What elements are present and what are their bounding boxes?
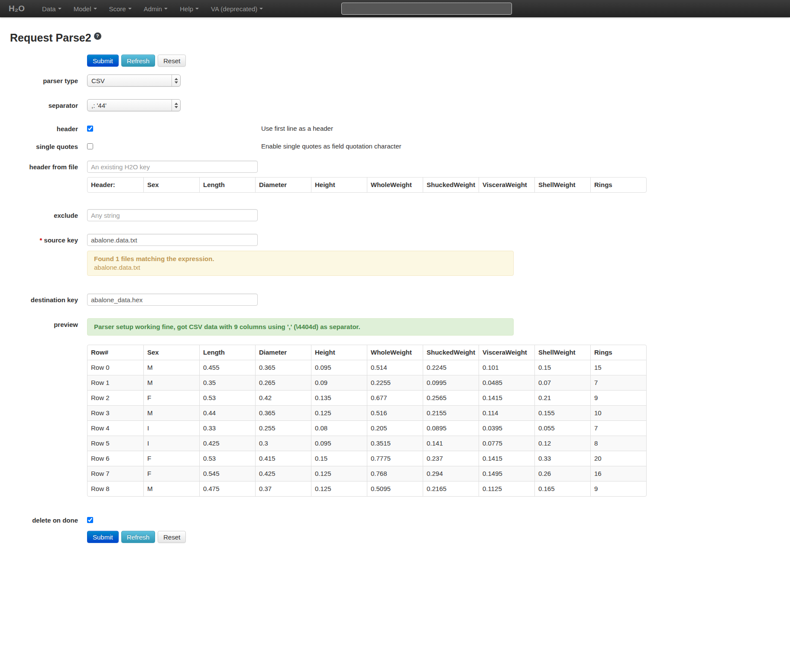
caret-down-icon xyxy=(128,8,132,10)
table-cell: 0.09 xyxy=(311,375,367,390)
header-from-file-input[interactable] xyxy=(87,161,258,173)
header-checkbox[interactable] xyxy=(87,126,93,132)
caret-down-icon xyxy=(58,8,62,10)
table-cell: 0.21 xyxy=(534,390,590,405)
table-cell: 0.677 xyxy=(367,390,423,405)
table-cell: 0.15 xyxy=(534,360,590,375)
table-cell: M xyxy=(143,481,199,496)
source-match-alert-container: Found 1 files matching the expression. a… xyxy=(87,251,790,276)
table-cell: 0.12 xyxy=(534,436,590,451)
table-row: Row 6F0.530.4150.150.77750.2370.14150.33… xyxy=(87,451,646,466)
table-cell: 0.475 xyxy=(199,481,255,496)
caret-down-icon xyxy=(94,8,97,10)
table-header-row: Row#SexLengthDiameterHeightWholeWeightSh… xyxy=(87,345,646,360)
delete-on-done-row: delete on done xyxy=(0,516,790,524)
table-cell: 10 xyxy=(590,405,646,420)
exclude-label: exclude xyxy=(0,209,78,221)
submit-button[interactable]: Submit xyxy=(87,531,119,543)
header-table-container: Header:SexLengthDiameterHeightWholeWeigh… xyxy=(87,177,790,193)
submit-button[interactable]: Submit xyxy=(87,55,119,67)
help-icon[interactable]: ? xyxy=(94,32,101,40)
table-cell: 0.53 xyxy=(199,451,255,466)
header-from-file-row: header from file xyxy=(0,161,790,173)
source-key-label: * source key xyxy=(0,234,78,246)
column-header: Sex xyxy=(143,178,199,192)
column-header: WholeWeight xyxy=(367,178,423,192)
table-cell: 0.33 xyxy=(199,420,255,436)
table-cell: 0.095 xyxy=(311,360,367,375)
table-cell: 0.205 xyxy=(367,420,423,436)
nav-data[interactable]: Data xyxy=(36,1,68,17)
table-cell: Row 2 xyxy=(87,390,143,405)
table-cell: Row 7 xyxy=(87,466,143,481)
column-header: ShuckedWeight xyxy=(423,178,479,192)
table-cell: 0.15 xyxy=(311,451,367,466)
source-match-title: Found 1 files matching the expression. xyxy=(94,255,507,263)
preview-table-container: Row#SexLengthDiameterHeightWholeWeightSh… xyxy=(87,345,790,497)
table-cell: F xyxy=(143,466,199,481)
nav-model[interactable]: Model xyxy=(68,1,103,17)
column-header: VisceraWeight xyxy=(479,345,534,360)
table-cell: 0.1415 xyxy=(479,390,534,405)
table-cell: 9 xyxy=(590,390,646,405)
table-cell: 0.415 xyxy=(255,451,311,466)
caret-down-icon xyxy=(195,8,199,10)
table-cell: 0.155 xyxy=(534,405,590,420)
parser-type-row: parser type CSV xyxy=(0,74,790,87)
source-key-label-text: source key xyxy=(44,236,78,244)
header-row: header Use first line as a header xyxy=(0,124,790,132)
separator-row: separator ,: '44' xyxy=(0,99,790,111)
source-key-input[interactable] xyxy=(87,234,258,246)
reset-button[interactable]: Reset xyxy=(158,531,186,543)
table-cell: 0.0895 xyxy=(423,420,479,436)
bottom-actions: Submit Refresh Reset xyxy=(87,531,790,543)
table-cell: 0.42 xyxy=(255,390,311,405)
table-row: Row 7F0.5450.4250.1250.7680.2940.14950.2… xyxy=(87,466,646,481)
nav-data-label: Data xyxy=(42,5,56,13)
table-row: Row 1M0.350.2650.090.22550.09950.04850.0… xyxy=(87,375,646,390)
table-cell: 0.095 xyxy=(311,436,367,451)
column-header: Length xyxy=(199,345,255,360)
preview-row: preview Parser setup working fine, got C… xyxy=(0,318,790,336)
table-cell: 0.101 xyxy=(479,360,534,375)
column-header: Diameter xyxy=(255,178,311,192)
table-cell: 0.165 xyxy=(534,481,590,496)
exclude-input[interactable] xyxy=(87,209,258,221)
table-cell: 0.37 xyxy=(255,481,311,496)
table-cell: F xyxy=(143,451,199,466)
delete-on-done-checkbox[interactable] xyxy=(87,517,93,523)
table-cell: M xyxy=(143,375,199,390)
column-header: ShuckedWeight xyxy=(423,345,479,360)
destination-key-label: destination key xyxy=(0,294,78,306)
table-cell: 0.33 xyxy=(534,451,590,466)
source-key-row: * source key xyxy=(0,234,790,246)
refresh-button[interactable]: Refresh xyxy=(121,531,155,543)
table-cell: 7 xyxy=(590,375,646,390)
refresh-button[interactable]: Refresh xyxy=(121,55,155,67)
main-menu: Data Model Score Admin Help VA (deprecat… xyxy=(36,0,269,17)
table-cell: 15 xyxy=(590,360,646,375)
single-quotes-row: single quotes Enable single quotes as fi… xyxy=(0,142,790,150)
table-cell: 0.0775 xyxy=(479,436,534,451)
navbar-search-input[interactable] xyxy=(341,3,512,15)
table-cell: Row 3 xyxy=(87,405,143,420)
header-from-file-label: header from file xyxy=(0,161,78,173)
table-cell: 0.44 xyxy=(199,405,255,420)
table-row: Row 3M0.440.3650.1250.5160.21550.1140.15… xyxy=(87,405,646,420)
nav-score[interactable]: Score xyxy=(103,1,138,17)
nav-help[interactable]: Help xyxy=(174,1,205,17)
nav-admin[interactable]: Admin xyxy=(138,1,174,17)
table-cell: 0.1495 xyxy=(479,466,534,481)
source-match-alert: Found 1 files matching the expression. a… xyxy=(87,251,514,276)
column-header: ShellWeight xyxy=(534,178,590,192)
header-columns-table: Header:SexLengthDiameterHeightWholeWeigh… xyxy=(87,177,647,193)
destination-key-input[interactable] xyxy=(87,294,258,306)
parser-type-select[interactable]: CSV xyxy=(87,74,181,87)
table-cell: 0.2155 xyxy=(423,405,479,420)
column-header: Length xyxy=(199,178,255,192)
separator-select[interactable]: ,: '44' xyxy=(87,99,181,111)
nav-va-deprecated[interactable]: VA (deprecated) xyxy=(205,1,269,17)
reset-button[interactable]: Reset xyxy=(158,55,186,67)
single-quotes-checkbox[interactable] xyxy=(87,143,93,149)
h2o-logo[interactable]: H₂O xyxy=(9,4,25,13)
